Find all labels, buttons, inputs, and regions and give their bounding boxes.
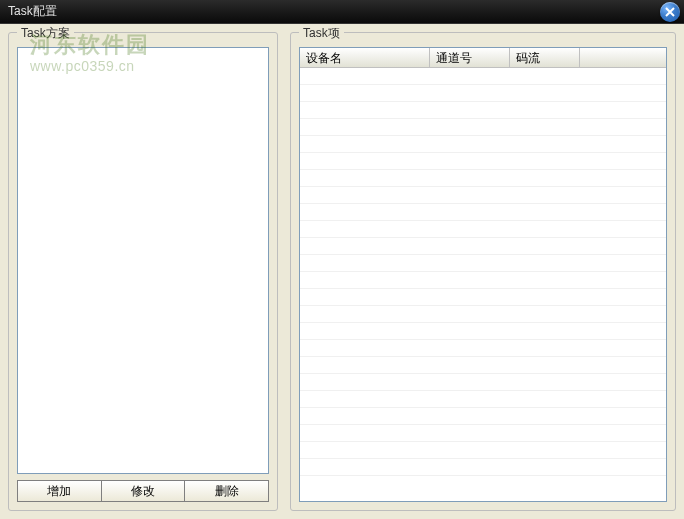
table-row[interactable] bbox=[300, 238, 666, 255]
col-stream[interactable]: 码流 bbox=[510, 48, 580, 67]
table-row[interactable] bbox=[300, 153, 666, 170]
edit-button[interactable]: 修改 bbox=[102, 480, 186, 502]
table-row[interactable] bbox=[300, 408, 666, 425]
table-row[interactable] bbox=[300, 374, 666, 391]
task-item-label: Task项 bbox=[299, 25, 344, 42]
window-title: Task配置 bbox=[8, 3, 57, 20]
table-row[interactable] bbox=[300, 391, 666, 408]
delete-button[interactable]: 删除 bbox=[185, 480, 269, 502]
task-scheme-list[interactable] bbox=[17, 47, 269, 474]
table-row[interactable] bbox=[300, 255, 666, 272]
task-item-group: Task项 设备名 通道号 码流 bbox=[290, 32, 676, 511]
table-row[interactable] bbox=[300, 170, 666, 187]
close-icon bbox=[665, 7, 675, 17]
table-row[interactable] bbox=[300, 289, 666, 306]
table-row[interactable] bbox=[300, 272, 666, 289]
table-header: 设备名 通道号 码流 bbox=[300, 48, 666, 68]
add-button[interactable]: 增加 bbox=[17, 480, 102, 502]
table-row[interactable] bbox=[300, 357, 666, 374]
col-blank[interactable] bbox=[580, 48, 666, 67]
table-row[interactable] bbox=[300, 68, 666, 85]
titlebar: Task配置 bbox=[0, 0, 684, 24]
table-row[interactable] bbox=[300, 306, 666, 323]
table-body[interactable] bbox=[300, 68, 666, 501]
table-row[interactable] bbox=[300, 340, 666, 357]
table-row[interactable] bbox=[300, 323, 666, 340]
table-row[interactable] bbox=[300, 459, 666, 476]
table-row[interactable] bbox=[300, 442, 666, 459]
col-device-name[interactable]: 设备名 bbox=[300, 48, 430, 67]
table-row[interactable] bbox=[300, 119, 666, 136]
task-item-table[interactable]: 设备名 通道号 码流 bbox=[299, 47, 667, 502]
table-row[interactable] bbox=[300, 85, 666, 102]
close-button[interactable] bbox=[660, 2, 680, 22]
col-channel-number[interactable]: 通道号 bbox=[430, 48, 510, 67]
table-row[interactable] bbox=[300, 221, 666, 238]
table-row[interactable] bbox=[300, 187, 666, 204]
table-row[interactable] bbox=[300, 136, 666, 153]
task-scheme-label: Task方案 bbox=[17, 25, 74, 42]
task-scheme-group: Task方案 增加 修改 删除 bbox=[8, 32, 278, 511]
table-row[interactable] bbox=[300, 204, 666, 221]
table-row[interactable] bbox=[300, 425, 666, 442]
button-row: 增加 修改 删除 bbox=[17, 480, 269, 502]
table-row[interactable] bbox=[300, 102, 666, 119]
content-area: 河东软件园 www.pc0359.cn Task方案 增加 修改 删除 Task… bbox=[0, 24, 684, 519]
